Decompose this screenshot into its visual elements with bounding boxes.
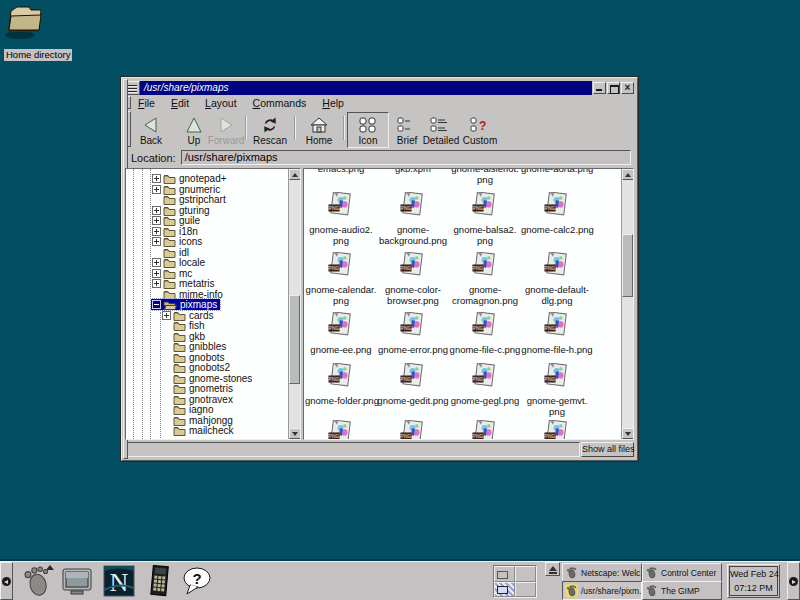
- launcher-keypad-device-button[interactable]: [140, 564, 177, 598]
- menu-edit[interactable]: Edit: [171, 97, 189, 109]
- png-image-icon: PNG: [542, 324, 572, 341]
- png-image-icon: PNG: [326, 375, 356, 392]
- icons-scroll-thumb[interactable]: [622, 234, 633, 297]
- tree-item-gkb[interactable]: gkb: [161, 331, 208, 342]
- file-gnome-gegl-png[interactable]: PNGgnome-gegl.png: [449, 363, 521, 406]
- tree-item-gturing[interactable]: gturing: [151, 205, 213, 216]
- task-netscape-welc-[interactable]: Netscape: Welc...: [562, 563, 642, 582]
- panel-hide-left-button[interactable]: [0, 562, 13, 600]
- toolbar-back-button[interactable]: Back: [133, 112, 169, 148]
- pager-window-rect: [497, 571, 508, 579]
- toolbar-rescan-button[interactable]: Rescan: [248, 112, 292, 148]
- location-input[interactable]: /usr/share/pixmaps: [181, 150, 631, 165]
- tasklist-expand-button[interactable]: [545, 562, 560, 576]
- pager-desktop-2[interactable]: [515, 566, 536, 582]
- tree-item-mahjongg[interactable]: mahjongg: [161, 415, 236, 426]
- pager-desktop-3-active[interactable]: [494, 582, 515, 598]
- task--usr-share-pixm-[interactable]: /usr/share/pixm...: [562, 581, 642, 600]
- menu-file[interactable]: File: [138, 97, 155, 109]
- svg-text:PNG: PNG: [545, 265, 556, 271]
- tree-scroll-down-icon[interactable]: [289, 428, 301, 439]
- toolbar-detailed-button[interactable]: Detailed: [419, 112, 463, 148]
- file-file-6-3[interactable]: PNG: [449, 420, 521, 440]
- tree-item-guile[interactable]: guile: [151, 215, 203, 226]
- launcher-help-button[interactable]: ?: [178, 564, 215, 598]
- task-the-gimp[interactable]: The GIMP: [642, 581, 722, 600]
- icons-scroll-up-icon[interactable]: [622, 169, 634, 180]
- task-control-center[interactable]: Control Center: [642, 563, 722, 582]
- maximize-button[interactable]: [607, 82, 620, 94]
- tree-item-iagno[interactable]: iagno: [161, 404, 216, 415]
- icons-scroll-down-icon[interactable]: [622, 428, 634, 439]
- tree-item-pixmaps[interactable]: pixmaps: [151, 299, 220, 310]
- file-file-6-4[interactable]: PNG: [521, 420, 593, 440]
- menu-help[interactable]: Help: [322, 97, 344, 109]
- file-gnome-audio2-png[interactable]: PNGgnome-audio2.png: [305, 192, 377, 246]
- launcher-terminal-button[interactable]: [58, 564, 95, 598]
- tree-item-gstripchart[interactable]: gstripchart: [151, 194, 229, 205]
- file-gnome-error-png[interactable]: PNGgnome-error.png: [377, 312, 449, 355]
- tree-item-fish[interactable]: fish: [161, 320, 208, 331]
- launcher-main-menu-button[interactable]: [18, 564, 55, 598]
- file-gnome-aorta-png[interactable]: PNGgnome-aorta.png: [521, 168, 593, 174]
- svg-text:PNG: PNG: [473, 265, 484, 271]
- toolbar-custom-button[interactable]: ?Custom: [459, 112, 501, 148]
- file-gnome-file-h-png[interactable]: PNGgnome-file-h.png: [521, 312, 593, 355]
- toolbar-home-button[interactable]: Home: [298, 112, 340, 148]
- tree-item-mailcheck[interactable]: mailcheck: [161, 425, 236, 436]
- menu-layout[interactable]: Layout: [205, 97, 237, 109]
- file-gnome-background-png[interactable]: PNGgnome-background.png: [377, 192, 449, 246]
- file-gnome-color-browser-png[interactable]: PNGgnome-color-browser.png: [377, 252, 449, 306]
- svg-text:PNG: PNG: [473, 433, 484, 439]
- tree-item-gnometris[interactable]: gnometris: [161, 383, 236, 394]
- minimize-button[interactable]: [593, 82, 606, 94]
- file-gnome-file-c-png[interactable]: PNGgnome-file-c.png: [449, 312, 521, 355]
- tree-scroll-thumb[interactable]: [289, 295, 300, 384]
- tree-item-gnotepad-[interactable]: gnotepad+: [151, 173, 230, 184]
- tree-item-i18n[interactable]: i18n: [151, 226, 201, 237]
- tree-item-cards[interactable]: cards: [161, 310, 216, 321]
- titlebar[interactable]: /usr/share/pixmaps: [125, 81, 634, 95]
- close-button[interactable]: [621, 82, 634, 94]
- tree-item-gnibbles[interactable]: gnibbles: [161, 341, 229, 352]
- tree-item-gnobots[interactable]: gnobots: [161, 352, 228, 363]
- pager-desktop-1[interactable]: [494, 566, 515, 582]
- file-gkb-xpm[interactable]: PNGgkb.xpm: [377, 168, 449, 174]
- tree-item-idl[interactable]: idl: [151, 247, 192, 258]
- desktop-icon-home[interactable]: Home directory: [2, 4, 92, 62]
- file-gnome-gedit-png[interactable]: PNGgnome-gedit.png: [377, 363, 449, 406]
- show-all-files-button[interactable]: Show all files: [581, 442, 634, 457]
- pager-desktop-4[interactable]: [515, 582, 536, 598]
- png-image-icon: PNG: [398, 264, 428, 281]
- tree-item-gnobots2[interactable]: gnobots2: [161, 362, 233, 373]
- file-file-6-2[interactable]: PNG: [377, 420, 449, 440]
- tree-item-icons[interactable]: icons: [151, 236, 205, 247]
- file-gnome-calendar-png[interactable]: PNGgnome-calendar.png: [305, 252, 377, 306]
- tree-item-mc[interactable]: mc: [151, 268, 195, 279]
- panel-hide-right-button[interactable]: [787, 562, 800, 600]
- tree-item-metatris[interactable]: metatris: [151, 278, 218, 289]
- file-gnome-aisleriot-png[interactable]: PNGgnome-aisleriot.png: [449, 168, 521, 185]
- file-gnome-default-dlg-png[interactable]: PNGgnome-default-dlg.png: [521, 252, 593, 306]
- file-file-6-1[interactable]: PNG: [305, 420, 377, 440]
- tree-item-mime-info[interactable]: mime-info: [151, 289, 226, 300]
- tree-scroll-up-icon[interactable]: [289, 169, 301, 180]
- menu-commands[interactable]: Commands: [253, 97, 307, 109]
- tree-scrollbar[interactable]: [288, 169, 300, 439]
- file-gnome-balsa2-png[interactable]: PNGgnome-balsa2.png: [449, 192, 521, 246]
- launcher-netscape-button[interactable]: N: [100, 564, 137, 598]
- file-emacs-png[interactable]: PNGemacs.png: [305, 168, 377, 174]
- file-gnome-ee-png[interactable]: PNGgnome-ee.png: [305, 312, 377, 355]
- tree-item-gnumeric[interactable]: gnumeric: [151, 184, 223, 195]
- tree-item-gnome-stones[interactable]: gnome-stones: [161, 373, 255, 384]
- tree-item-locale[interactable]: locale: [151, 257, 208, 268]
- file-gnome-cromagnon-png[interactable]: PNGgnome-cromagnon.png: [449, 252, 521, 306]
- icons-scrollbar[interactable]: [621, 169, 633, 439]
- file-gnome-calc2-png[interactable]: PNGgnome-calc2.png: [521, 192, 593, 235]
- file-gnome-folder-png[interactable]: PNGgnome-folder.png: [305, 363, 377, 406]
- toolbar-icon-button[interactable]: Icon: [347, 112, 389, 148]
- toolbar-forward-button[interactable]: Forward: [204, 112, 248, 148]
- file-gnome-gemvt-png[interactable]: PNGgnome-gemvt.png: [521, 363, 593, 417]
- tree-item-gnotravex[interactable]: gnotravex: [161, 394, 236, 405]
- panel: N? Netscape: Welc...Control Center/usr/s…: [0, 561, 800, 600]
